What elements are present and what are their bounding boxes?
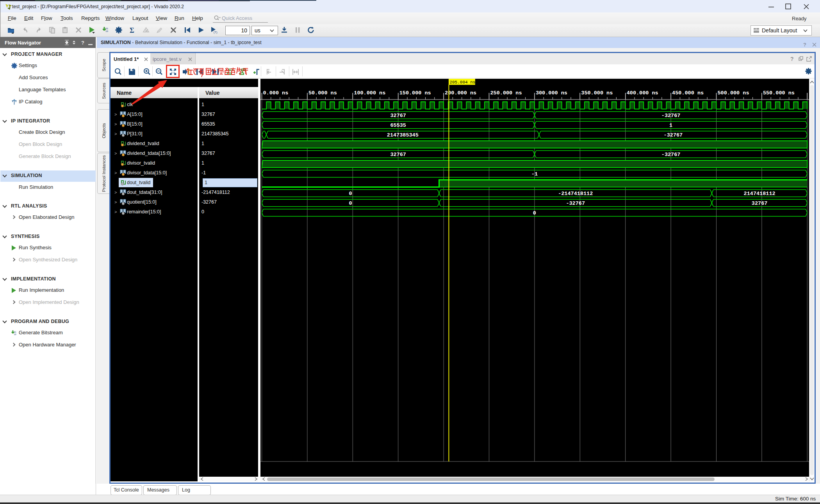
svg-text:-32767: -32767 [566,201,585,206]
svg-text:0: 0 [533,210,536,216]
svg-text:0: 0 [349,191,352,197]
svg-text:10: 10 [14,334,16,336]
svg-text:01: 01 [14,331,16,334]
svg-text:-2147418112: -2147418112 [558,191,593,197]
svg-text:32767: 32767 [752,201,768,206]
svg-text:0: 0 [349,201,352,206]
svg-text:-1: -1 [531,171,538,177]
svg-text:2147418112: 2147418112 [744,191,775,197]
